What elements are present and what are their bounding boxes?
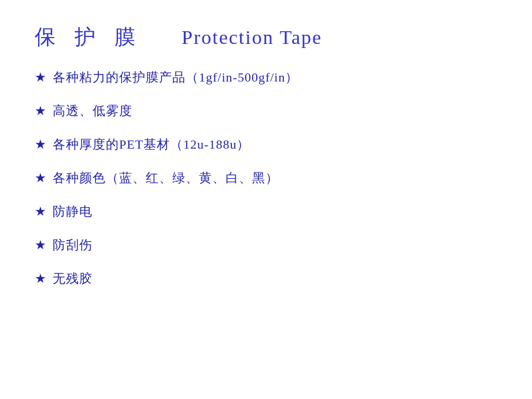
feature-text: 各种粘力的保护膜产品（1gf/in-500gf/in） xyxy=(53,69,298,86)
star-icon: ★ xyxy=(35,238,47,253)
feature-text: 防静电 xyxy=(53,203,93,220)
star-icon: ★ xyxy=(35,104,47,119)
feature-text: 高透、低雾度 xyxy=(53,102,132,120)
page-container: 保 护 膜 Protection Tape ★各种粘力的保护膜产品（1gf/in… xyxy=(0,0,532,399)
star-icon: ★ xyxy=(35,137,47,152)
title-english: Protection Tape xyxy=(182,27,322,48)
feature-text: 各种厚度的PET基材（12u-188u） xyxy=(53,136,250,153)
star-icon: ★ xyxy=(35,171,47,186)
title-chinese: 保 护 膜 xyxy=(35,25,142,49)
list-item: ★各种粘力的保护膜产品（1gf/in-500gf/in） xyxy=(35,69,497,86)
list-item: ★各种颜色（蓝、红、绿、黄、白、黑） xyxy=(35,169,497,187)
page-title: 保 护 膜 Protection Tape xyxy=(35,23,497,51)
star-icon: ★ xyxy=(35,271,47,286)
feature-text: 防刮伤 xyxy=(53,237,93,254)
star-icon: ★ xyxy=(35,70,47,85)
star-icon: ★ xyxy=(35,204,47,219)
feature-text: 各种颜色（蓝、红、绿、黄、白、黑） xyxy=(53,169,279,187)
list-item: ★各种厚度的PET基材（12u-188u） xyxy=(35,136,497,153)
feature-text: 无残胶 xyxy=(53,270,93,287)
list-item: ★防静电 xyxy=(35,203,497,220)
list-item: ★防刮伤 xyxy=(35,237,497,254)
list-item: ★高透、低雾度 xyxy=(35,102,497,120)
features-list: ★各种粘力的保护膜产品（1gf/in-500gf/in）★高透、低雾度★各种厚度… xyxy=(35,69,497,287)
list-item: ★无残胶 xyxy=(35,270,497,287)
